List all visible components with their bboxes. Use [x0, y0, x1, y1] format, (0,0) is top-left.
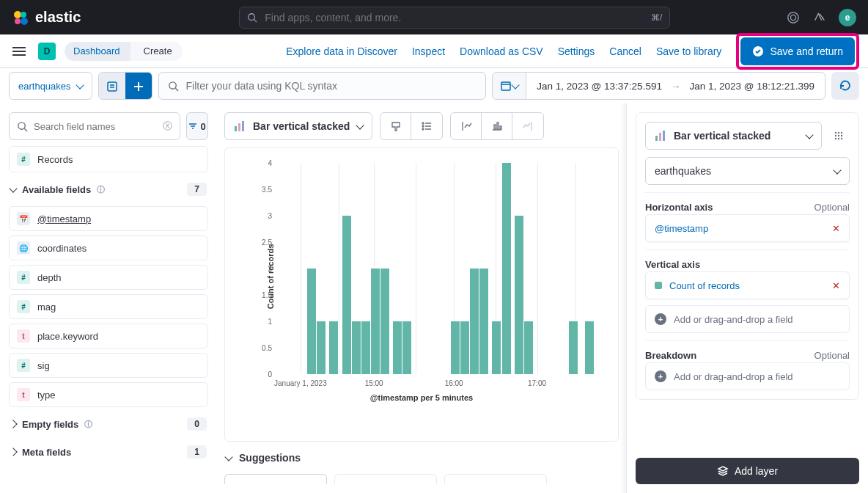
- viz-subtype-selector[interactable]: Bar vertical stacked: [645, 122, 822, 150]
- bar[interactable]: [307, 269, 316, 374]
- remove-icon[interactable]: ✕: [832, 280, 840, 291]
- svg-rect-41: [655, 136, 658, 141]
- cancel-link[interactable]: Cancel: [609, 45, 641, 57]
- bar[interactable]: [502, 163, 511, 374]
- date-picker[interactable]: Jan 1, 2023 @ 13:37:25.591 → Jan 1, 2023…: [492, 72, 825, 100]
- meta-count: 1: [187, 445, 207, 459]
- chevron-down-icon: [511, 81, 519, 89]
- suggestions-header[interactable]: Suggestions: [224, 449, 619, 467]
- suggestion-card[interactable]: [444, 474, 547, 484]
- bar[interactable]: [492, 321, 501, 374]
- svg-rect-27: [238, 123, 240, 131]
- main-area: ⓧ 0 # Records Available fields ⓘ 7 📅@tim…: [0, 103, 868, 493]
- left-axis-icon[interactable]: [451, 113, 482, 139]
- layer-data-source[interactable]: earthquakes: [645, 157, 850, 185]
- bar[interactable]: [470, 269, 479, 374]
- bar[interactable]: [371, 269, 380, 374]
- number-type-icon: #: [17, 153, 30, 166]
- meta-fields-header[interactable]: Meta fields 1: [9, 441, 208, 463]
- scrollbar[interactable]: [620, 103, 626, 493]
- kql-input[interactable]: [158, 72, 487, 100]
- shortcut-hint: ⌘/: [651, 12, 662, 23]
- nav-toggle-icon[interactable]: [9, 41, 29, 62]
- chart-area[interactable]: Count of records 00.511.522.533.54 Janua…: [243, 163, 600, 390]
- h-axis-chip[interactable]: @timestamp ✕: [645, 214, 850, 242]
- svg-point-50: [835, 138, 836, 139]
- fields-panel: ⓧ 0 # Records Available fields ⓘ 7 📅@tim…: [0, 103, 217, 493]
- bar[interactable]: [393, 321, 402, 374]
- user-avatar[interactable]: e: [839, 9, 856, 26]
- bar[interactable]: [380, 269, 389, 374]
- svg-point-6: [788, 12, 798, 22]
- global-search[interactable]: ⌘/: [239, 7, 670, 29]
- bar[interactable]: [352, 321, 361, 374]
- bar[interactable]: [342, 216, 351, 374]
- bar[interactable]: [402, 321, 411, 374]
- viz-type-selector[interactable]: Bar vertical stacked: [224, 112, 372, 140]
- bar[interactable]: [569, 321, 578, 374]
- save-and-return-button[interactable]: Save and return: [740, 37, 855, 65]
- add-filter-button[interactable]: [125, 73, 152, 100]
- logo[interactable]: elastic: [12, 9, 81, 26]
- field-search-input[interactable]: [34, 121, 157, 132]
- download-csv-link[interactable]: Download as CSV: [460, 45, 543, 57]
- field-item[interactable]: 🌐coordinates: [9, 235, 208, 260]
- date-range[interactable]: Jan 1, 2023 @ 13:37:25.591 → Jan 1, 2023…: [526, 81, 825, 92]
- save-library-link[interactable]: Save to library: [656, 45, 721, 57]
- arrow-right-icon: →: [671, 81, 681, 92]
- data-view-selector[interactable]: earthquakes: [9, 72, 92, 100]
- color-options-group: [380, 112, 443, 140]
- bar[interactable]: [460, 321, 469, 374]
- field-item[interactable]: #depth: [9, 265, 208, 290]
- t-type-icon: t: [17, 388, 30, 401]
- calendar-icon[interactable]: [493, 73, 526, 99]
- inspect-link[interactable]: Inspect: [412, 45, 445, 57]
- svg-rect-42: [659, 133, 661, 141]
- axis-options-group: [450, 112, 544, 140]
- help-icon[interactable]: [786, 10, 801, 25]
- filter-saved-icon[interactable]: [99, 73, 125, 100]
- empty-fields-header[interactable]: Empty fields ⓘ 0: [9, 413, 208, 435]
- bar[interactable]: [451, 321, 460, 374]
- info-icon[interactable]: ⓘ: [84, 419, 92, 430]
- add-layer-button[interactable]: Add layer: [636, 458, 859, 484]
- bar[interactable]: [524, 321, 533, 374]
- explore-link[interactable]: Explore data in Discover: [286, 45, 397, 57]
- bottom-axis-icon[interactable]: [482, 113, 512, 139]
- paint-icon[interactable]: [380, 113, 411, 139]
- global-search-input[interactable]: [265, 12, 644, 23]
- records-item[interactable]: # Records: [9, 146, 208, 172]
- bar[interactable]: [515, 216, 523, 374]
- field-item[interactable]: ttype: [9, 382, 208, 407]
- field-search[interactable]: ⓧ: [9, 112, 180, 140]
- filter-count-chip[interactable]: 0: [186, 112, 208, 140]
- bar[interactable]: [329, 321, 338, 374]
- list-icon[interactable]: [411, 113, 442, 139]
- bar[interactable]: [585, 321, 594, 374]
- suggestion-card[interactable]: [334, 474, 437, 484]
- newsfeed-icon[interactable]: [812, 10, 827, 25]
- field-item[interactable]: 📅@timestamp: [9, 206, 208, 231]
- kql-field[interactable]: [186, 80, 477, 92]
- available-fields-header[interactable]: Available fields ⓘ 7: [9, 178, 208, 200]
- field-item[interactable]: tplace.keyword: [9, 324, 208, 348]
- settings-link[interactable]: Settings: [558, 45, 595, 57]
- suggestion-card[interactable]: [224, 474, 327, 484]
- chevron-right-icon: [9, 448, 17, 456]
- clear-icon[interactable]: ⓧ: [163, 120, 172, 133]
- bar[interactable]: [317, 321, 326, 374]
- bar[interactable]: [361, 321, 370, 374]
- chevron-down-icon: [356, 121, 364, 129]
- v-axis-dropzone[interactable]: + Add or drag-and-drop a field: [645, 305, 850, 333]
- chevron-down-icon: [76, 81, 84, 89]
- crumb-dashboard[interactable]: Dashboard: [65, 42, 130, 61]
- refresh-button[interactable]: [831, 72, 859, 100]
- breakdown-dropzone[interactable]: + Add or drag-and-drop a field: [645, 362, 850, 390]
- remove-icon[interactable]: ✕: [832, 223, 840, 234]
- v-axis-chip[interactable]: Count of records ✕: [645, 271, 850, 299]
- info-icon[interactable]: ⓘ: [97, 184, 105, 195]
- field-item[interactable]: #sig: [9, 353, 208, 378]
- bar[interactable]: [479, 269, 488, 374]
- layer-menu-icon[interactable]: [828, 122, 850, 150]
- field-item[interactable]: #mag: [9, 294, 208, 319]
